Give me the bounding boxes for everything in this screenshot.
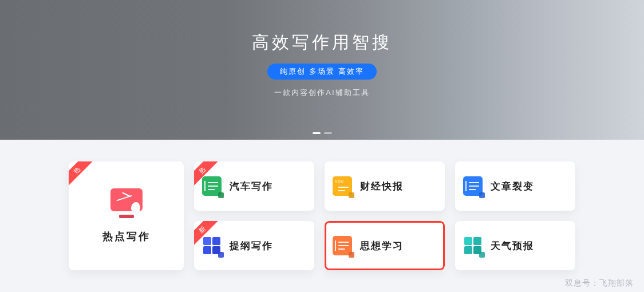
tile-columns: 热 汽车写作 NEW 财经快报 — [194, 161, 575, 270]
hero-banner: 高效写作用智搜 纯原创 多场景 高效率 一款内容创作AI辅助工具 — [0, 0, 644, 140]
book-icon — [333, 236, 352, 255]
card-article-fission[interactable]: 文章裂变 — [455, 161, 575, 211]
trending-monitor-icon — [110, 188, 143, 218]
watermark: 双息号：飞翔部落 — [565, 278, 634, 289]
grid-icon — [202, 236, 222, 255]
grid-icon — [463, 236, 483, 255]
card-label: 思想学习 — [360, 239, 404, 252]
tile-row: 热 汽车写作 NEW 财经快报 — [194, 161, 575, 211]
feature-card-hot-topics[interactable]: 热 热点写作 — [69, 161, 184, 270]
ribbon-hot: 热 — [69, 161, 93, 187]
card-outline-writing[interactable]: 新 提纲写作 — [194, 221, 314, 270]
card-label: 财经快报 — [360, 180, 404, 193]
hero-title: 高效写作用智搜 — [252, 31, 392, 54]
pager-dot[interactable] — [324, 132, 332, 134]
card-thought-study[interactable]: 思想学习 — [325, 221, 445, 270]
card-label: 天气预报 — [491, 239, 534, 252]
news-icon: NEW — [333, 176, 352, 196]
card-weather-forecast[interactable]: 天气预报 — [455, 221, 575, 270]
pager-dot[interactable] — [313, 132, 321, 134]
hero-pill: 纯原创 多场景 高效率 — [267, 64, 376, 80]
carousel-pager[interactable] — [313, 132, 332, 134]
category-grid: 热 热点写作 热 汽车写作 NEW — [0, 140, 644, 270]
card-label: 文章裂变 — [491, 180, 534, 193]
book-icon — [202, 176, 222, 196]
card-label: 提纲写作 — [230, 239, 273, 252]
card-finance-news[interactable]: NEW 财经快报 — [325, 161, 445, 211]
hero-subtitle: 一款内容创作AI辅助工具 — [274, 88, 369, 98]
tile-row: 新 提纲写作 思想学习 — [194, 221, 575, 270]
card-label: 汽车写作 — [230, 180, 273, 193]
feature-label: 热点写作 — [102, 230, 151, 243]
card-auto-writing[interactable]: 热 汽车写作 — [194, 161, 314, 211]
doc-icon — [463, 176, 483, 196]
